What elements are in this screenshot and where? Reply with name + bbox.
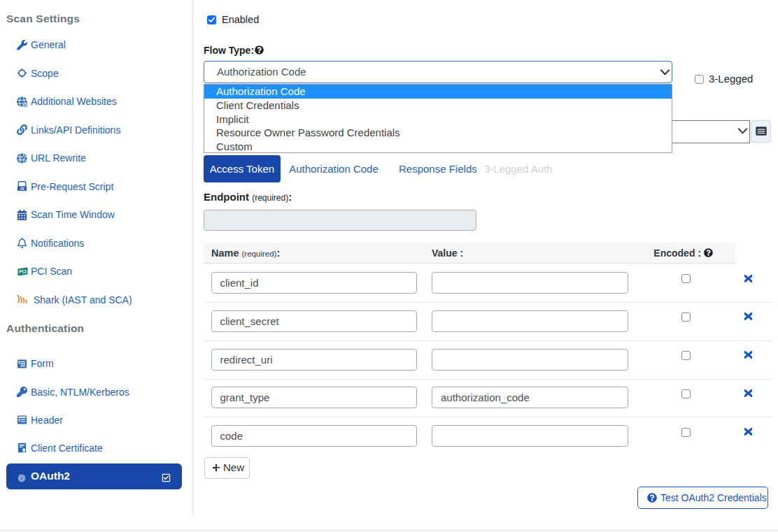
svg-text:JS: JS [20,187,24,191]
svg-text:PCI: PCI [19,269,27,274]
